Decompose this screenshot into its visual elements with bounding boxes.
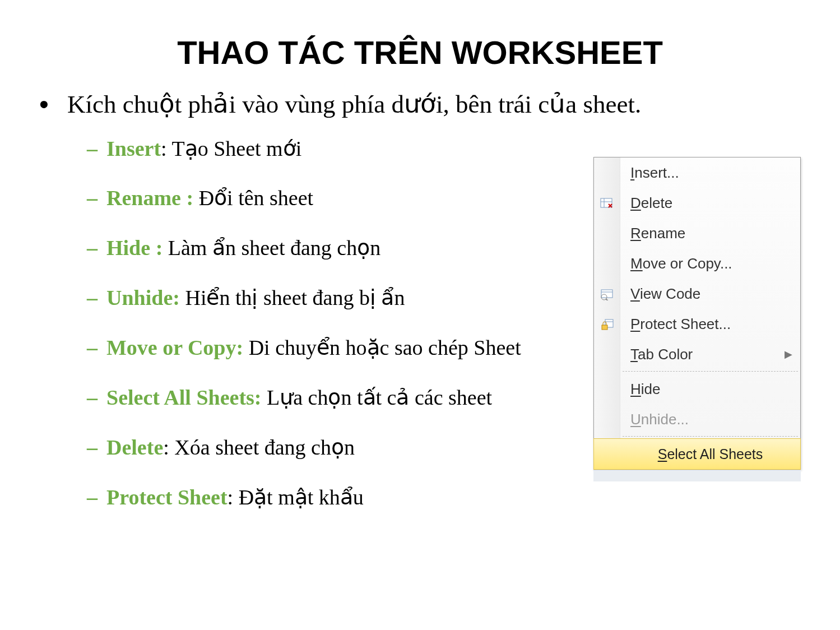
blank-icon: [594, 158, 620, 188]
menu-item-delete[interactable]: Delete: [594, 188, 800, 218]
list-item: Hide : Làm ẩn sheet đang chọn: [87, 231, 546, 265]
desc: Đặt mật khẩu: [239, 485, 364, 509]
menu-item-unhide: Unhide...: [594, 404, 800, 434]
blank-icon: [594, 248, 620, 279]
desc: Đổi tên sheet: [199, 186, 314, 210]
desc: Làm ẩn sheet đang chọn: [168, 236, 380, 260]
desc: Xóa sheet đang chọn: [174, 436, 355, 459]
term: Select All Sheets: [106, 386, 254, 409]
desc: Lựa chọn tất cả các sheet: [267, 386, 492, 409]
desc: Di chuyển hoặc sao chép Sheet: [249, 336, 521, 359]
view-code-icon: [594, 279, 620, 309]
desc: Tạo Sheet mới: [171, 137, 301, 160]
list-item: Rename : Đổi tên sheet: [87, 182, 546, 215]
term: Delete: [106, 436, 163, 459]
blank-icon: [594, 339, 620, 369]
menu-item-insert[interactable]: Insert...: [594, 158, 800, 188]
submenu-arrow-icon: ▶: [785, 348, 800, 360]
term: Hide: [106, 236, 156, 260]
menu-item-rename[interactable]: Rename: [594, 218, 800, 248]
list-item: Move or Copy: Di chuyển hoặc sao chép Sh…: [87, 331, 546, 364]
term: Protect Sheet: [106, 485, 228, 509]
menu-item-select-all-sheets[interactable]: Select All Sheets: [593, 438, 801, 470]
menu-item-hide[interactable]: Hide: [594, 374, 800, 404]
menu-item-protect-sheet[interactable]: Protect Sheet...: [594, 309, 800, 339]
list-item: Insert: Tạo Sheet mới: [87, 132, 546, 165]
svg-rect-9: [602, 325, 607, 330]
menu-item-view-code[interactable]: View Code: [594, 279, 800, 309]
protect-sheet-icon: [594, 309, 620, 339]
menu-item-move-or-copy[interactable]: Move or Copy...: [594, 248, 800, 279]
blank-icon: [594, 374, 620, 404]
term: Unhide: [106, 286, 173, 309]
list-item: Select All Sheets: Lựa chọn tất cả các s…: [87, 381, 546, 414]
slide: THAO TÁC TRÊN WORKSHEET Kích chuột phải …: [0, 0, 840, 630]
list-item: Delete: Xóa sheet đang chọn: [87, 431, 546, 464]
definition-list: Insert: Tạo Sheet mới Rename : Đổi tên s…: [67, 132, 546, 514]
svg-line-6: [606, 299, 608, 300]
delete-sheet-icon: [594, 188, 620, 218]
blank-icon: [594, 439, 620, 469]
intro-text: Kích chuột phải vào vùng phía dưới, bên …: [67, 90, 641, 118]
menu-separator: [594, 369, 800, 374]
desc: Hiển thị sheet đang bị ẩn: [185, 286, 405, 309]
list-item: Protect Sheet: Đặt mật khẩu: [87, 481, 546, 514]
list-item: Unhide: Hiển thị sheet đang bị ẩn: [87, 281, 546, 314]
term: Insert: [106, 137, 161, 160]
term: Move or Copy: [106, 336, 236, 359]
slide-title: THAO TÁC TRÊN WORKSHEET: [39, 34, 801, 71]
menu-item-tab-color[interactable]: Tab Color ▶: [594, 339, 800, 369]
blank-icon: [594, 218, 620, 248]
blank-icon: [594, 404, 620, 434]
context-menu: Insert... Delete Rename Move or Copy...: [593, 157, 801, 481]
sheet-tab-strip-fragment: [593, 470, 801, 481]
term: Rename: [106, 186, 186, 210]
